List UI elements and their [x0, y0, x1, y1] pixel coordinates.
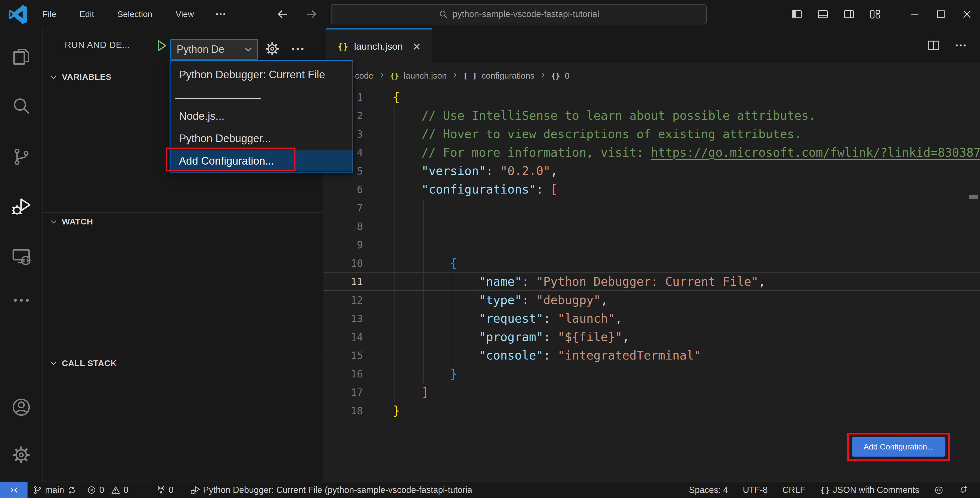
code-line-6[interactable]: 6 "configurations": [	[323, 180, 980, 199]
accounts-icon[interactable]	[0, 389, 43, 426]
indent-guide	[395, 199, 395, 217]
debug-settings-gear-icon[interactable]	[264, 41, 280, 57]
ports-status[interactable]: 0	[151, 485, 179, 495]
call-stack-header[interactable]: CALL STACK	[43, 354, 323, 372]
chevron-right-icon	[451, 71, 458, 81]
code-line-1[interactable]: 1{	[323, 88, 980, 106]
maximize-icon[interactable]	[928, 0, 954, 29]
code-line-17[interactable]: 17 ]	[323, 383, 980, 402]
debug-icon	[191, 485, 200, 495]
watch-header[interactable]: WATCH	[43, 213, 323, 230]
dropdown-item-nodejs[interactable]: Node.js...	[170, 105, 352, 126]
settings-gear-icon[interactable]	[0, 436, 43, 473]
code-line-text: "console": "integratedTerminal"	[393, 346, 701, 365]
forward-arrow-icon[interactable]	[305, 7, 318, 21]
toggle-secondary-sidebar-icon[interactable]	[836, 0, 862, 29]
run-and-debug-icon[interactable]	[0, 188, 43, 225]
vscode-logo-icon	[8, 5, 28, 24]
indentation-status[interactable]: Spaces: 4	[682, 485, 735, 495]
code-line-text: "configurations": [	[393, 180, 558, 199]
code-line-12[interactable]: 12 "type": "debugpy",	[323, 291, 980, 309]
close-tab-icon[interactable]	[412, 41, 422, 52]
breadcrumb-item-file[interactable]: launch.json	[404, 71, 447, 81]
editor-more-actions-icon[interactable]	[954, 38, 967, 52]
toggle-sidebar-icon[interactable]	[784, 0, 810, 29]
indent-guide	[423, 199, 424, 217]
array-icon: [ ]	[463, 71, 477, 80]
menu-selection[interactable]: Selection	[115, 8, 155, 21]
remote-icon	[9, 485, 19, 495]
notifications-status[interactable]	[951, 485, 975, 495]
start-debug-button[interactable]	[151, 36, 171, 56]
dropdown-item-python-debugger[interactable]: Python Debugger...	[170, 128, 352, 149]
problems-status[interactable]: 0 0	[82, 485, 134, 495]
debug-more-actions-icon[interactable]	[290, 41, 306, 57]
indent-guide	[395, 236, 395, 254]
menu-file[interactable]: File	[40, 8, 59, 21]
menu-view[interactable]: View	[173, 8, 197, 21]
dropdown-item-add-configuration[interactable]: Add Configuration...	[170, 150, 352, 171]
branch-status[interactable]: main	[27, 485, 82, 495]
code-line-13[interactable]: 13 "request": "launch",	[323, 309, 980, 328]
warning-icon	[111, 485, 121, 495]
source-control-icon[interactable]	[0, 139, 43, 176]
remote-explorer-icon[interactable]	[0, 238, 43, 275]
code-line-11[interactable]: 11 "name": "Python Debugger: Current Fil…	[323, 272, 980, 291]
split-editor-icon[interactable]	[927, 38, 940, 52]
code-line-8[interactable]: 8	[323, 217, 980, 236]
add-configuration-button[interactable]: Add Configuration...	[852, 437, 945, 456]
minimize-icon[interactable]	[902, 0, 928, 29]
menu-bar: File Edit Selection View	[40, 0, 227, 29]
code-line-7[interactable]: 7	[323, 199, 980, 217]
code-line-text: {	[393, 88, 400, 106]
command-center-search[interactable]: python-sample-vscode-fastapi-tutorial	[331, 4, 706, 24]
code-line-3[interactable]: 3 // Hover to view descriptions of exist…	[323, 125, 980, 143]
scrollbar-track[interactable]	[969, 64, 969, 482]
json-file-icon: {}	[337, 41, 348, 52]
tab-launch-json[interactable]: {} launch.json	[326, 29, 432, 63]
debug-config-select[interactable]: Python De	[170, 39, 258, 60]
customize-layout-icon[interactable]	[862, 0, 888, 29]
breadcrumb-item-folder[interactable]: code	[355, 71, 374, 81]
tab-bar: {} launch.json	[323, 29, 980, 63]
overview-ruler-mark	[969, 195, 978, 199]
code-line-4[interactable]: 4 // For more information, visit: https:…	[323, 143, 980, 162]
close-window-icon[interactable]	[954, 0, 980, 29]
code-line-10[interactable]: 10 {	[323, 254, 980, 272]
menu-more-icon[interactable]	[215, 8, 227, 21]
breadcrumb-item-configurations[interactable]: configurations	[482, 71, 535, 81]
line-number: 12	[323, 291, 363, 309]
debug-status[interactable]: Python Debugger: Current File (python-sa…	[185, 485, 477, 495]
copilot-status[interactable]	[927, 485, 951, 495]
section-label: VARIABLES	[62, 72, 112, 82]
remote-indicator[interactable]	[0, 482, 27, 498]
chevron-down-icon	[49, 359, 58, 367]
status-bar: main 0 0 0 Python Debugger: Current File…	[0, 482, 980, 498]
menu-edit[interactable]: Edit	[76, 8, 97, 21]
back-arrow-icon[interactable]	[276, 7, 290, 21]
code-line-14[interactable]: 14 "program": "${file}",	[323, 328, 980, 346]
toggle-panel-icon[interactable]	[810, 0, 836, 29]
section-label: WATCH	[62, 217, 93, 227]
dropdown-item-current-file[interactable]: Python Debugger: Current File	[170, 65, 352, 85]
code-area[interactable]: 1{2 // Use IntelliSense to learn about p…	[323, 88, 980, 420]
code-line-2[interactable]: 2 // Use IntelliSense to learn about pos…	[323, 106, 980, 125]
breadcrumb-item-0[interactable]: 0	[565, 71, 570, 81]
code-line-text: "version": "0.2.0",	[393, 162, 558, 180]
eol-status[interactable]: CRLF	[775, 485, 813, 495]
error-icon	[87, 485, 96, 495]
line-number: 7	[323, 199, 363, 217]
search-sidebar-icon[interactable]	[0, 88, 43, 124]
explorer-icon[interactable]	[0, 38, 43, 75]
error-count: 0	[99, 485, 104, 495]
editor-actions	[927, 38, 967, 52]
more-views-icon[interactable]	[0, 282, 43, 319]
code-line-18[interactable]: 18}	[323, 402, 980, 420]
language-status[interactable]: {} JSON with Comments	[813, 485, 927, 495]
code-line-text: // Use IntelliSense to learn about possi…	[393, 106, 816, 125]
code-line-9[interactable]: 9	[323, 236, 980, 254]
code-line-16[interactable]: 16 }	[323, 365, 980, 383]
encoding-status[interactable]: UTF-8	[735, 485, 775, 495]
code-line-15[interactable]: 15 "console": "integratedTerminal"	[323, 346, 980, 365]
code-line-5[interactable]: 5 "version": "0.2.0",	[323, 162, 980, 180]
